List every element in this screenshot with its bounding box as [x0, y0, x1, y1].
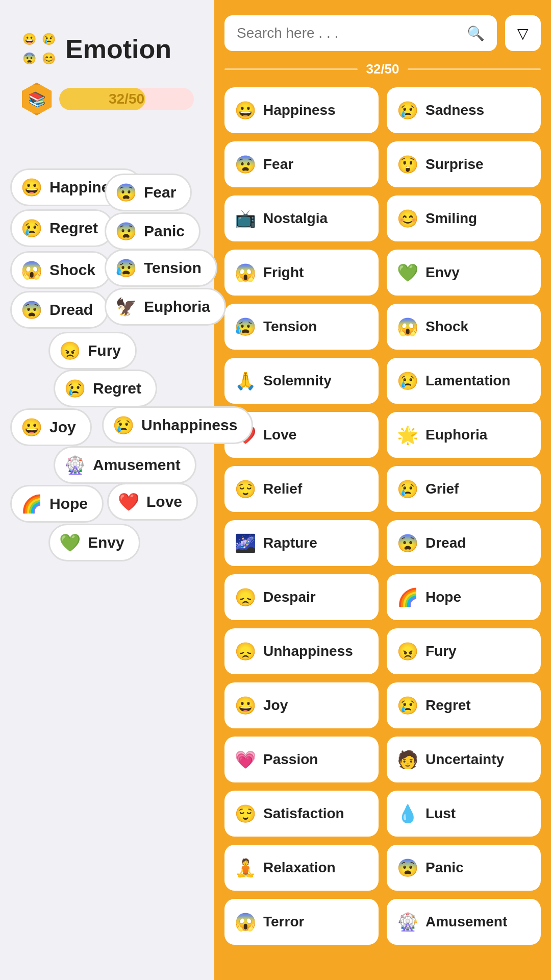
grid-card-emoji: 🙏 [235, 371, 256, 391]
card-label: Fear [144, 184, 176, 201]
grid-card-9[interactable]: 😱Shock [387, 304, 541, 350]
progress-line-left [224, 68, 358, 70]
progress-count: 32/50 [366, 61, 399, 77]
grid-card-14[interactable]: 😌Relief [224, 466, 379, 512]
grid-card-4[interactable]: 📺Nostalgia [224, 195, 379, 241]
grid-card-emoji: 🧑 [397, 749, 418, 770]
grid-card-30[interactable]: 😱Terror [224, 899, 379, 945]
grid-card-emoji: 😨 [397, 533, 418, 553]
header: 😀 😢 😨 😊 Emotion [0, 0, 214, 78]
grid-card-26[interactable]: 😌Satisfaction [224, 791, 379, 837]
search-input-wrapper[interactable]: 🔍 [224, 15, 497, 51]
card-label: Panic [144, 223, 185, 240]
grid-card-11[interactable]: 😢Lamentation [387, 358, 541, 404]
grid-card-29[interactable]: 😨Panic [387, 845, 541, 891]
grid-card-label: Rapture [263, 535, 317, 551]
left-cards-area: 😀Happiness😨Fear😢Regret😨Panic😱Shock😰Tensi… [0, 112, 214, 980]
emotions-grid: 😀Happiness😢Sadness😨Fear😲Surprise📺Nostalg… [224, 87, 541, 955]
grid-card-21[interactable]: 😠Fury [387, 628, 541, 674]
grid-card-emoji: 😢 [397, 695, 418, 716]
left-emotion-card-lc10[interactable]: 😢Regret [54, 370, 157, 407]
app-title: Emotion [65, 34, 171, 64]
left-emotion-card-lc9[interactable]: 😠Fury [48, 332, 137, 370]
grid-card-2[interactable]: 😨Fear [224, 141, 379, 187]
grid-card-6[interactable]: 😱Fright [224, 250, 379, 296]
grid-card-label: Relaxation [263, 860, 336, 876]
left-emotion-card-lc8[interactable]: 🦅Euphoria [105, 288, 226, 326]
left-emotion-card-lc6[interactable]: 😰Tension [105, 249, 217, 287]
grid-card-24[interactable]: 💗Passion [224, 737, 379, 782]
grid-card-10[interactable]: 🙏Solemnity [224, 358, 379, 404]
left-emotion-card-lc15[interactable]: ❤️Love [107, 483, 198, 521]
grid-card-17[interactable]: 😨Dread [387, 520, 541, 566]
card-emoji: ❤️ [118, 492, 139, 512]
grid-card-20[interactable]: 😞Unhappiness [224, 628, 379, 674]
grid-card-label: Regret [425, 697, 471, 714]
left-emotion-card-lc3[interactable]: 😢Regret [10, 209, 114, 247]
grid-card-15[interactable]: 😢Grief [387, 466, 541, 512]
filter-button[interactable]: ▽ [505, 15, 541, 51]
grid-card-28[interactable]: 🧘Relaxation [224, 845, 379, 891]
grid-card-label: Relief [263, 481, 302, 497]
grid-card-emoji: 🌌 [235, 533, 256, 553]
progress-bar-background: 32/50 [59, 88, 194, 110]
grid-card-25[interactable]: 🧑Uncertainty [387, 737, 541, 782]
grid-card-0[interactable]: 😀Happiness [224, 87, 379, 133]
card-label: Dread [49, 301, 93, 318]
left-emotion-card-lc2[interactable]: 😨Fear [105, 174, 192, 211]
grid-card-label: Panic [425, 860, 464, 876]
grid-card-label: Fear [263, 156, 293, 173]
card-label: Love [146, 493, 182, 510]
grid-card-22[interactable]: 😀Joy [224, 682, 379, 728]
grid-card-label: Smiling [425, 210, 477, 227]
grid-card-13[interactable]: 🌟Euphoria [387, 412, 541, 458]
grid-card-27[interactable]: 💧Lust [387, 791, 541, 837]
left-emotion-card-lc13[interactable]: 🎡Amusement [54, 446, 196, 484]
logo-emoji-4: 😊 [40, 50, 57, 67]
progress-text: 32/50 [109, 91, 144, 107]
card-emoji: 😀 [21, 177, 42, 198]
grid-card-emoji: 😢 [397, 479, 418, 499]
left-emotion-card-lc4[interactable]: 😨Panic [105, 212, 201, 250]
grid-card-label: Surprise [425, 156, 484, 173]
grid-card-label: Solemnity [263, 373, 332, 389]
grid-card-emoji: 🧘 [235, 857, 256, 878]
grid-card-label: Lamentation [425, 373, 510, 389]
grid-card-emoji: 😱 [235, 912, 256, 932]
grid-card-emoji: 🌟 [397, 425, 418, 445]
card-label: Shock [49, 261, 95, 279]
grid-card-23[interactable]: 😢Regret [387, 682, 541, 728]
left-emotion-card-lc12[interactable]: 😢Unhappiness [102, 406, 253, 444]
grid-card-5[interactable]: 😊Smiling [387, 195, 541, 241]
grid-card-label: Euphoria [425, 427, 487, 443]
right-panel: 🔍 ▽ 32/50 😀Happiness😢Sadness😨Fear😲Surpri… [214, 0, 551, 980]
card-emoji: 😠 [59, 340, 81, 361]
grid-card-emoji: 😌 [235, 479, 256, 499]
grid-card-7[interactable]: 💚Envy [387, 250, 541, 296]
left-emotion-card-lc7[interactable]: 😨Dread [10, 291, 109, 329]
grid-card-19[interactable]: 🌈Hope [387, 574, 541, 620]
grid-card-label: Amusement [425, 914, 507, 930]
grid-card-31[interactable]: 🎡Amusement [387, 899, 541, 945]
grid-card-emoji: 😀 [235, 100, 256, 120]
left-emotion-card-lc14[interactable]: 🌈Hope [10, 485, 104, 523]
progress-bar-container: 📚 32/50 [20, 83, 194, 115]
grid-card-1[interactable]: 😢Sadness [387, 87, 541, 133]
grid-card-label: Satisfaction [263, 805, 344, 822]
grid-card-8[interactable]: 😰Tension [224, 304, 379, 350]
grid-card-16[interactable]: 🌌Rapture [224, 520, 379, 566]
card-emoji: 😀 [21, 417, 42, 437]
card-label: Regret [49, 219, 98, 237]
grid-card-18[interactable]: 😞Despair [224, 574, 379, 620]
logo-emoji-1: 😀 [20, 31, 38, 48]
search-icon: 🔍 [467, 25, 485, 42]
card-emoji: 🦅 [115, 297, 137, 317]
grid-card-emoji: 😞 [235, 587, 256, 607]
grid-card-3[interactable]: 😲Surprise [387, 141, 541, 187]
left-emotion-card-lc11[interactable]: 😀Joy [10, 408, 92, 446]
left-emotion-card-lc16[interactable]: 💚Envy [48, 524, 140, 561]
left-emotion-card-lc5[interactable]: 😱Shock [10, 251, 111, 289]
search-field[interactable] [237, 25, 461, 41]
grid-scroll-area[interactable]: 😀Happiness😢Sadness😨Fear😲Surprise📺Nostalg… [224, 87, 541, 970]
grid-card-emoji: 📺 [235, 208, 256, 229]
